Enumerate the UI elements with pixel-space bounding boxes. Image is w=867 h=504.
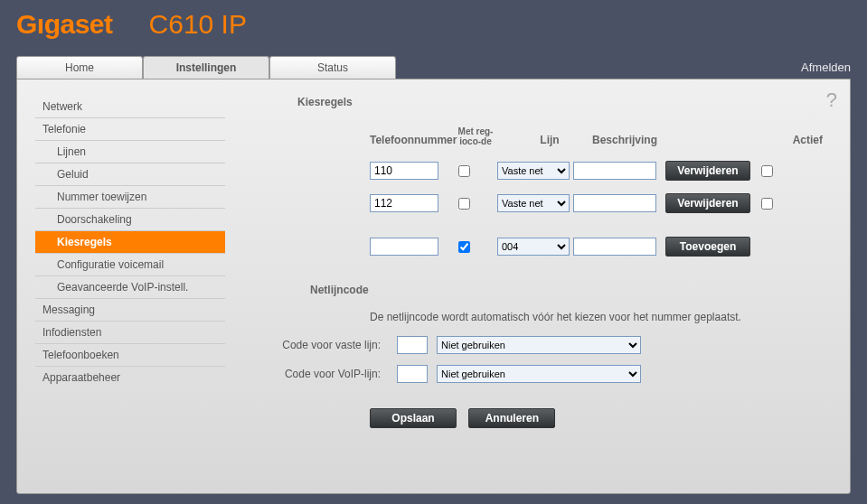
line-select[interactable]: Vaste net bbox=[497, 162, 570, 180]
area-checkbox-new[interactable] bbox=[458, 241, 470, 253]
sidebar-item-voicemail[interactable]: Configuratie voicemail bbox=[35, 253, 225, 275]
delete-button[interactable]: Verwijderen bbox=[665, 161, 750, 181]
sidebar-item-messaging[interactable]: Messaging bbox=[35, 298, 225, 321]
rule-row: Vaste net Verwijderen bbox=[370, 161, 832, 181]
sidebar-item-infoservices[interactable]: Infodiensten bbox=[35, 321, 225, 343]
table-header: Telefoonnummer Met reg-ioco-de Lijn Besc… bbox=[370, 126, 832, 146]
section-title-netline: Netlijncode bbox=[243, 284, 832, 296]
area-checkbox[interactable] bbox=[458, 165, 470, 177]
sidebar-item-lines[interactable]: Lijnen bbox=[35, 140, 225, 163]
cancel-button[interactable]: Annuleren bbox=[468, 408, 555, 428]
sidebar-item-dialplans[interactable]: Kiesregels bbox=[35, 230, 225, 253]
voip-line-label: Code voor VoIP-lijn: bbox=[243, 368, 397, 380]
delete-button[interactable]: Verwijderen bbox=[665, 193, 750, 213]
new-rule-row: 004 Toevoegen bbox=[370, 237, 832, 257]
phone-input[interactable] bbox=[370, 162, 438, 180]
content-area: Kiesregels Telefoonnummer Met reg-ioco-d… bbox=[234, 96, 832, 466]
rule-row: Vaste net Verwijderen bbox=[370, 193, 832, 213]
col-phone: Telefoonnummer bbox=[370, 134, 457, 146]
desc-input[interactable] bbox=[573, 162, 656, 180]
add-button[interactable]: Toevoegen bbox=[665, 237, 750, 257]
tab-status[interactable]: Status bbox=[269, 56, 396, 79]
fixed-code-input[interactable] bbox=[397, 336, 428, 354]
voip-code-input[interactable] bbox=[397, 365, 428, 383]
phone-input-new[interactable] bbox=[370, 238, 438, 256]
sidebar-item-number-assign[interactable]: Nummer toewijzen bbox=[35, 185, 225, 208]
tab-bar: Home Instellingen Status Afmelden bbox=[0, 56, 867, 79]
fixed-line-label: Code voor vaste lijn: bbox=[243, 339, 397, 351]
tab-settings[interactable]: Instellingen bbox=[143, 56, 269, 79]
col-area: Met reg-ioco-de bbox=[457, 126, 495, 146]
fixed-line-row: Code voor vaste lijn: Niet gebruiken bbox=[243, 336, 832, 354]
logout-link[interactable]: Afmelden bbox=[801, 61, 851, 74]
col-active: Actief bbox=[793, 134, 823, 146]
header: Gıgaset C610 IP bbox=[0, 0, 867, 56]
footer-buttons: Opslaan Annuleren bbox=[370, 408, 832, 428]
sidebar-item-audio[interactable]: Geluid bbox=[35, 163, 225, 185]
voip-line-row: Code voor VoIP-lijn: Niet gebruiken bbox=[243, 365, 832, 383]
sidebar: Netwerk Telefonie Lijnen Geluid Nummer t… bbox=[35, 96, 234, 466]
save-button[interactable]: Opslaan bbox=[370, 408, 457, 428]
sidebar-item-phonebooks[interactable]: Telefoonboeken bbox=[35, 343, 225, 366]
active-checkbox[interactable] bbox=[761, 165, 773, 177]
brand-logo: Gıgaset bbox=[16, 9, 113, 40]
fixed-mode-select[interactable]: Niet gebruiken bbox=[437, 336, 641, 354]
netline-info: De netlijncode wordt automatisch vóór he… bbox=[370, 311, 832, 323]
col-desc: Beschrijving bbox=[592, 134, 692, 146]
model-label: C610 IP bbox=[149, 9, 247, 40]
sidebar-item-device[interactable]: Apparaatbeheer bbox=[35, 366, 225, 388]
sidebar-item-forwarding[interactable]: Doorschakeling bbox=[35, 208, 225, 230]
col-line: Lijn bbox=[511, 134, 589, 146]
area-checkbox[interactable] bbox=[458, 198, 470, 210]
section-title-dialplans: Kiesregels bbox=[243, 96, 832, 108]
active-checkbox[interactable] bbox=[761, 198, 773, 210]
voip-mode-select[interactable]: Niet gebruiken bbox=[437, 365, 641, 383]
desc-input-new[interactable] bbox=[573, 238, 656, 256]
phone-input[interactable] bbox=[370, 194, 438, 212]
main-panel: ? Netwerk Telefonie Lijnen Geluid Nummer… bbox=[16, 79, 851, 494]
sidebar-item-telephony[interactable]: Telefonie bbox=[35, 117, 225, 140]
line-select-new[interactable]: 004 bbox=[497, 238, 570, 256]
sidebar-item-network[interactable]: Netwerk bbox=[35, 96, 225, 117]
desc-input[interactable] bbox=[573, 194, 656, 212]
tab-home[interactable]: Home bbox=[16, 56, 143, 79]
sidebar-item-adv-voip[interactable]: Geavanceerde VoIP-instell. bbox=[35, 275, 225, 298]
line-select[interactable]: Vaste net bbox=[497, 194, 570, 212]
